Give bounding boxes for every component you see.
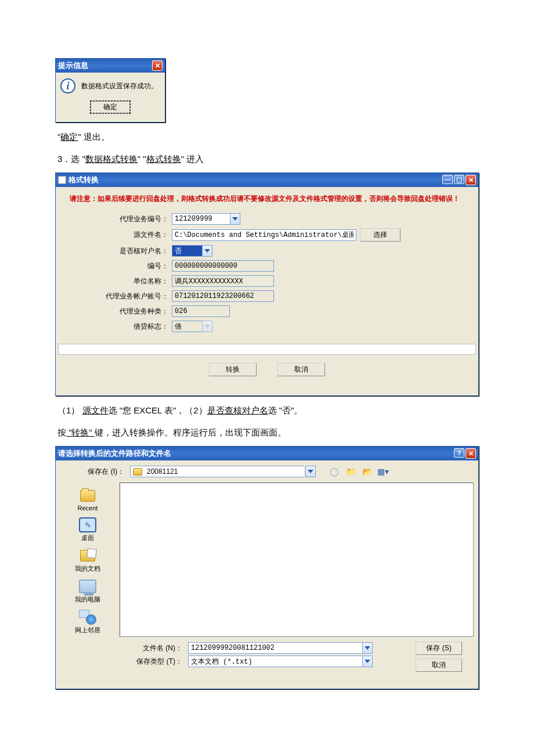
kind-field [172,305,230,317]
info-body: i 数据格式设置保存成功。 确定 [56,73,165,122]
save-in-value: 20081121 [147,467,178,476]
verify-combo[interactable]: 否 [172,245,212,257]
biz-no-combo[interactable] [172,213,240,225]
help-icon[interactable]: ? [454,448,464,458]
save-titlebar: 请选择转换后的文件路径和文件名 ? ✕ [56,447,478,460]
maximize-icon[interactable]: ▢ [454,175,464,184]
format-titlebar: ▦ 格式转换 — ▢ ✕ [56,173,478,187]
verify-field[interactable]: 否 [172,245,202,257]
place-recent[interactable]: Recent [56,485,120,514]
unit-label: 单位名称： [67,276,172,286]
src-field[interactable] [172,229,356,241]
code-field [172,260,274,272]
chevron-down-icon[interactable] [230,213,240,225]
computer-icon [79,579,96,593]
prose-press-convert: 按 "转换" 键，进入转换操作。程序运行后，出现下面画面。 [55,424,479,441]
unit-field [172,275,274,287]
places-bar: Recent ✎ 桌面 我的文档 我的电脑 网上邻居 [56,483,120,639]
resize-grip-icon[interactable]: . . .. .. [56,675,478,689]
save-dialog: 请选择转换后的文件路径和文件名 ? ✕ 保存在 (I)： 20081121 ◯ … [55,446,479,689]
filetype-label: 保存类型 (T)： [124,657,182,667]
choose-button[interactable]: 选择 [360,228,400,242]
cancel-button[interactable]: 取消 [277,363,325,376]
info-message: 数据格式设置保存成功。 [81,81,158,91]
filetype-field[interactable]: 文本文档 (*.txt) [188,656,362,667]
flag-field: 借 [172,321,202,332]
up-one-level-icon[interactable]: 📁 [345,466,356,477]
folder-icon [133,468,142,476]
new-folder-icon[interactable]: 📂 [361,466,373,477]
chevron-down-icon[interactable] [362,656,373,667]
save-in-combo[interactable]: 20081121 [130,466,316,477]
progress-bar-container [56,341,478,357]
flag-label: 借贷标志： [67,322,172,332]
desktop-icon: ✎ [79,517,96,532]
file-listing[interactable] [120,483,474,637]
place-network[interactable]: 网上邻居 [56,606,120,637]
save-dialog-title: 请选择转换后的文件路径和文件名 [58,448,171,459]
ok-button[interactable]: 确定 [90,100,131,114]
folder-icon [80,490,95,502]
cancel-button[interactable]: 取消 [416,658,462,672]
verify-label: 是否核对户名： [67,246,172,256]
app-icon: ▦ [58,176,66,184]
code-label: 编号： [67,261,172,271]
chevron-down-icon [202,321,212,332]
info-icon: i [60,78,75,93]
src-label: 源文件名： [67,230,172,240]
close-icon[interactable]: ✕ [466,175,476,185]
format-window-title: 格式转换 [68,175,99,185]
biz-no-label: 代理业务编号： [67,214,172,224]
close-icon[interactable]: ✕ [152,60,163,71]
close-icon[interactable]: ✕ [466,448,476,459]
place-mydocs[interactable]: 我的文档 [56,545,120,575]
info-dialog: 提示信息 ✕ i 数据格式设置保存成功。 确定 [55,58,165,123]
progress-bar [58,344,476,355]
back-icon[interactable]: ◯ [329,466,340,477]
chevron-down-icon[interactable] [202,245,212,257]
prose-confirm-exit: "确定" 退出。 [55,128,479,146]
save-button[interactable]: 保存 (S) [416,642,462,655]
chevron-down-icon[interactable] [362,642,373,654]
step-3-text: 3．选 "数据格式转换" "格式转换" 进入 [55,150,479,168]
filename-field[interactable] [188,642,362,654]
acct-field [172,290,274,302]
convert-button[interactable]: 转换 [209,363,257,376]
biz-no-field[interactable] [172,213,230,225]
info-dialog-title: 提示信息 [58,60,88,71]
format-form: 代理业务编号： 源文件名： 选择 是否核对户名： 否 编号： 单位名称： [56,206,478,341]
kind-label: 代理业务种类： [67,307,172,316]
minimize-icon[interactable]: — [442,175,453,184]
chevron-down-icon[interactable] [305,466,316,477]
format-convert-window: ▦ 格式转换 — ▢ ✕ 请注意：如果后续要进行回盘处理，则格式转换成功后请不要… [55,172,479,396]
network-icon [79,610,96,625]
place-desktop[interactable]: ✎ 桌面 [56,514,120,545]
prose-step-notes: （1） 源文件选 "您 EXCEL 表"，（2）是否查核对户名选 "否"。 [55,402,479,419]
resize-grip-icon[interactable]: . . .. .. [56,382,478,395]
acct-label: 代理业务帐户账号： [67,291,172,301]
documents-icon [80,550,95,561]
info-dialog-titlebar: 提示信息 ✕ [56,59,165,73]
filename-combo[interactable] [188,642,373,654]
filename-label: 文件名 (N)： [124,643,182,653]
save-in-label: 保存在 (I)： [60,467,124,477]
filetype-combo[interactable]: 文本文档 (*.txt) [188,656,373,667]
place-mycomputer[interactable]: 我的电脑 [56,575,120,606]
format-notice: 请注意：如果后续要进行回盘处理，则格式转换成功后请不要修改源文件及文件格式管理的… [56,187,478,206]
view-menu-icon[interactable]: ▦▾ [377,466,389,477]
flag-combo: 借 [172,321,212,332]
